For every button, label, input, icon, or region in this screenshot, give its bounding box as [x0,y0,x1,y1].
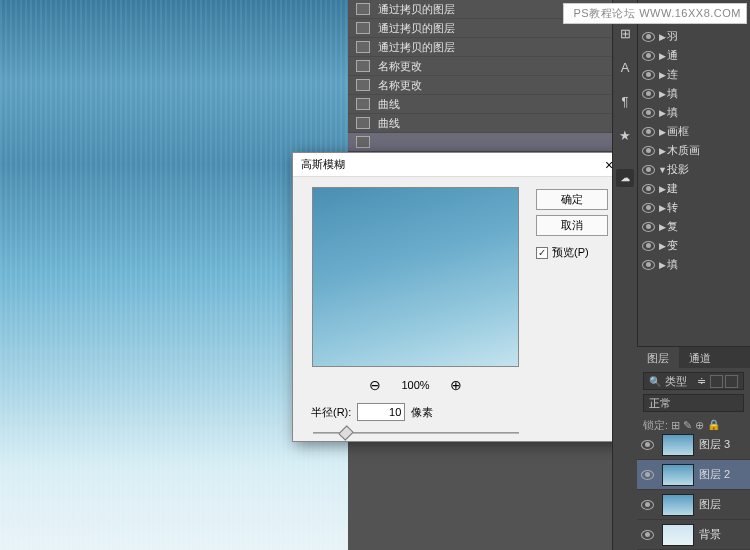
visibility-icon[interactable] [642,184,655,194]
layer-group-row[interactable]: ▶通 [638,46,750,65]
layer-row[interactable]: 图层 [637,490,750,520]
history-item[interactable]: 名称更改 [348,57,618,76]
visibility-icon[interactable] [642,222,655,232]
watermark: PS教程论坛WWW.16XX8.COM [563,3,747,24]
cancel-button[interactable]: 取消 [536,215,608,236]
history-item[interactable]: 名称更改 [348,76,618,95]
visibility-icon[interactable] [641,530,654,540]
layer-options: 🔍类型≑ 正常 锁定:⊞ ✎ ⊕ 🔒 [637,368,750,438]
layer-group-row[interactable]: ▶变 [638,236,750,255]
zoom-in-icon[interactable]: ⊕ [450,377,462,393]
layer-group-row[interactable]: ▼投影 [638,160,750,179]
layer-group-row[interactable]: ▶连 [638,65,750,84]
layer-group-row[interactable]: ▶填 [638,255,750,274]
layer-group-row[interactable]: ▶填 [638,103,750,122]
layer-group-row[interactable]: ▶木质画 [638,141,750,160]
ok-button[interactable]: 确定 [536,189,608,210]
tab-channels[interactable]: 通道 [679,347,721,368]
zoom-out-icon[interactable]: ⊖ [369,377,381,393]
visibility-icon[interactable] [642,203,655,213]
layer-group-row[interactable]: ▶羽 [638,27,750,46]
history-item[interactable]: 曲线 [348,95,618,114]
history-item[interactable] [348,133,618,152]
blur-preview[interactable] [312,187,519,367]
visibility-icon[interactable] [641,500,654,510]
visibility-icon[interactable] [641,470,654,480]
radius-input[interactable] [357,403,405,421]
layer-group-row[interactable]: ▶画框 [638,122,750,141]
star-icon[interactable]: ★ [617,127,633,143]
layer-group-row[interactable]: ▶填 [638,84,750,103]
layer-group-row[interactable]: ▶复 [638,217,750,236]
visibility-icon[interactable] [642,260,655,270]
type-tool-icon[interactable]: A [617,59,633,75]
layer-row[interactable]: 图层 2 [637,460,750,490]
visibility-icon[interactable] [642,108,655,118]
tool-icon[interactable]: ⊞ [617,25,633,41]
visibility-icon[interactable] [641,440,654,450]
layer-group-row[interactable]: ▶建 [638,179,750,198]
radius-label: 半径(R): [311,405,351,420]
layer-list: 图层 3图层 2图层背景 [637,430,750,550]
layer-row[interactable]: 背景 [637,520,750,550]
visibility-icon[interactable] [642,70,655,80]
radius-unit: 像素 [411,405,433,420]
panel-tabs: 图层 通道 [637,346,750,368]
dialog-title: 高斯模糊 [301,157,345,172]
layer-filter[interactable]: 🔍类型≑ [643,372,744,390]
preview-checkbox[interactable]: ✓预览(P) [536,245,608,260]
history-item[interactable]: 通过拷贝的图层 [348,38,618,57]
visibility-icon[interactable] [642,241,655,251]
layer-row[interactable]: 图层 3 [637,430,750,460]
history-item[interactable]: 曲线 [348,114,618,133]
right-toolbar: ⊞ A ¶ ★ ☁ [612,0,637,550]
poco-logo: POCO摄影专题 http://photo.poco.cn/ [10,505,119,538]
blend-mode[interactable]: 正常 [643,394,744,412]
visibility-icon[interactable] [642,51,655,61]
visibility-icon[interactable] [642,146,655,156]
gaussian-blur-dialog: 高斯模糊 × ⊖ 100% ⊕ 半径(R): 像素 确定 取消 ✓预览(P) [292,152,628,442]
layer-group-row[interactable]: ▶转 [638,198,750,217]
cc-badge[interactable]: ☁ [616,169,634,187]
visibility-icon[interactable] [642,127,655,137]
visibility-icon[interactable] [642,89,655,99]
layer-thumbnail [662,494,694,516]
layer-thumbnail [662,434,694,456]
layer-thumbnail [662,524,694,546]
tab-layers[interactable]: 图层 [637,347,679,368]
paragraph-icon[interactable]: ¶ [617,93,633,109]
visibility-icon[interactable] [642,32,655,42]
layer-thumbnail [662,464,694,486]
visibility-icon[interactable] [642,165,655,175]
zoom-level: 100% [401,379,429,391]
radius-slider[interactable] [313,426,519,440]
